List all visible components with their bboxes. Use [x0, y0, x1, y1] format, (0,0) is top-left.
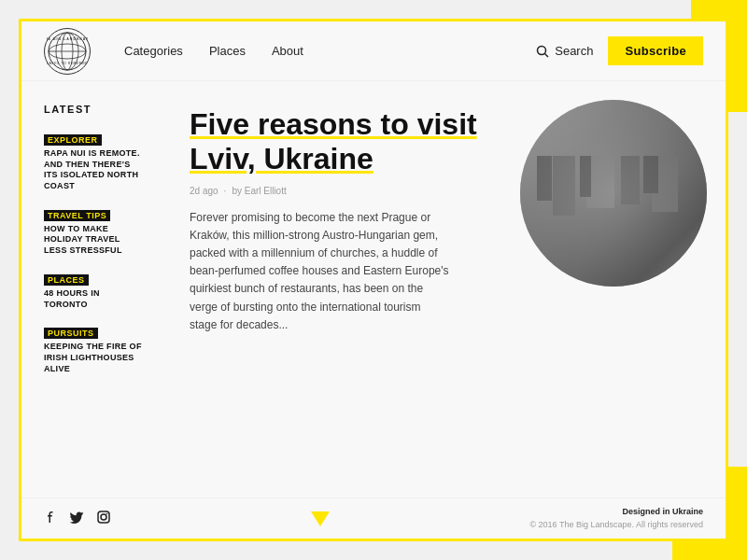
sidebar-title: LATEST [44, 104, 143, 115]
sidebar-category-3: Pursuits [44, 328, 98, 339]
sidebar-category-2: Places [44, 274, 89, 286]
footer-right: Designed in Ukraine © 2016 The Big Lands… [529, 506, 703, 531]
sidebar-item-title-2[interactable]: 48 HOURS IN TORONTO [44, 288, 143, 310]
twitter-icon[interactable] [70, 511, 84, 527]
svg-point-10 [101, 514, 106, 520]
svg-point-7 [538, 46, 546, 54]
social-links [44, 511, 110, 527]
header: THE BIG LANDSCAPE PLACES TO REMEMBER Cat… [21, 21, 726, 81]
article-title: Five reasons to visit Lviv, Ukraine [190, 107, 507, 176]
article-author: by Earl Elliott [232, 186, 286, 196]
sidebar-item-title-1[interactable]: HOW TO MAKE HOLIDAY TRAVEL LESS STRESSFU… [44, 224, 143, 257]
svg-line-8 [545, 53, 549, 57]
copyright: © 2016 The Big Landscape. All rights res… [529, 519, 703, 532]
article-body: Forever promising to become the next Pra… [190, 209, 451, 334]
triangle-icon [311, 511, 330, 526]
sidebar-category-1: Travel tips [44, 210, 110, 221]
svg-text:PLACES TO REMEMBER: PLACES TO REMEMBER [47, 62, 88, 65]
svg-rect-9 [98, 511, 109, 523]
city-photo [520, 100, 707, 287]
search-label: Search [555, 44, 593, 58]
subscribe-button[interactable]: Subscribe [608, 36, 703, 65]
facebook-icon[interactable] [44, 511, 57, 526]
footer: Designed in Ukraine © 2016 The Big Lands… [21, 497, 726, 539]
nav-item-categories[interactable]: Categories [124, 44, 183, 58]
search-area[interactable]: Search [536, 44, 593, 58]
sidebar: LATEST Explorer RAPA NUI IS REMOTE. AND … [21, 81, 162, 497]
svg-text:THE BIG LANDSCAPE: THE BIG LANDSCAPE [47, 37, 88, 41]
search-icon [536, 45, 549, 58]
nav-item-about[interactable]: About [272, 44, 303, 58]
nav-item-places[interactable]: Places [209, 44, 246, 58]
sidebar-item-title-0[interactable]: RAPA NUI IS REMOTE. AND THEN THERE'S ITS… [44, 148, 143, 192]
svg-point-11 [106, 512, 108, 514]
article-area: Five reasons to visit Lviv, Ukraine 2d a… [162, 81, 726, 497]
main-card: THE BIG LANDSCAPE PLACES TO REMEMBER Cat… [19, 19, 728, 541]
logo[interactable]: THE BIG LANDSCAPE PLACES TO REMEMBER [44, 28, 91, 75]
article-image [520, 100, 707, 287]
main-nav: Categories Places About [124, 44, 303, 58]
article-separator: · [224, 186, 227, 196]
content-area: LATEST Explorer RAPA NUI IS REMOTE. AND … [21, 81, 726, 497]
sidebar-item-title-3[interactable]: KEEPING THE FIRE OF IRISH LIGHTHOUSES AL… [44, 342, 143, 374]
footer-center [110, 511, 529, 526]
header-right: Search Subscribe [536, 36, 703, 65]
instagram-icon[interactable] [97, 511, 110, 527]
sidebar-category-0: Explorer [44, 134, 102, 146]
designed-label: Designed in Ukraine [529, 506, 703, 519]
article-time: 2d ago [190, 186, 218, 196]
